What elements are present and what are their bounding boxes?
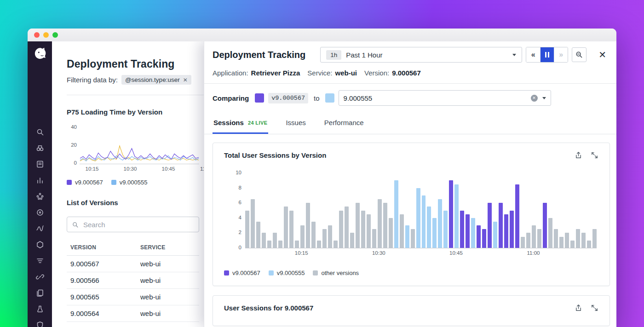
session-bar[interactable] [499, 203, 503, 248]
session-bar[interactable] [251, 199, 255, 248]
session-bar[interactable] [367, 214, 371, 248]
session-bar[interactable] [493, 222, 497, 248]
session-bar[interactable] [449, 180, 453, 248]
session-bar[interactable] [267, 241, 271, 248]
tab-performance[interactable]: Performance [323, 115, 365, 134]
notebook-icon[interactable] [35, 160, 45, 168]
session-bar[interactable] [284, 207, 288, 248]
session-bar[interactable] [295, 241, 299, 248]
service-map-icon[interactable] [35, 192, 45, 201]
infrastructure-icon[interactable] [35, 241, 45, 249]
time-range-selector[interactable]: 1h Past 1 Hour [320, 47, 522, 63]
session-bar[interactable] [411, 229, 415, 248]
session-bar[interactable] [537, 229, 541, 248]
pipelines-icon[interactable] [35, 257, 45, 265]
session-bar[interactable] [460, 211, 464, 248]
close-panel-button[interactable]: ✕ [595, 49, 610, 60]
session-bar[interactable] [394, 180, 398, 248]
session-bar[interactable] [256, 222, 260, 248]
session-bar[interactable] [543, 203, 547, 248]
session-bar[interactable] [482, 229, 486, 248]
tab-issues[interactable]: Issues [285, 115, 306, 134]
session-bar[interactable] [334, 241, 338, 248]
security-icon[interactable] [35, 321, 45, 327]
apm-icon[interactable] [35, 224, 45, 233]
session-bar[interactable] [361, 211, 365, 248]
session-bar[interactable] [405, 225, 409, 248]
session-bar[interactable] [328, 225, 332, 248]
session-bar[interactable] [427, 207, 431, 248]
search-input[interactable] [82, 220, 194, 229]
minimize-window-button[interactable] [43, 32, 49, 38]
compare-to-select[interactable]: 9.000555 ✕ [339, 90, 551, 106]
fast-forward-button[interactable]: » [554, 47, 568, 62]
pause-button[interactable] [540, 47, 554, 62]
filter-tag[interactable]: @session.type:user ✕ [121, 75, 191, 85]
session-bar[interactable] [345, 207, 349, 248]
session-bar[interactable] [400, 214, 404, 248]
versions-search[interactable] [67, 217, 199, 232]
session-bar[interactable] [322, 229, 327, 248]
remove-filter-icon[interactable]: ✕ [183, 77, 188, 83]
session-bar[interactable] [339, 211, 343, 248]
session-bar[interactable] [581, 233, 586, 248]
tests-icon[interactable] [35, 305, 45, 313]
session-bar[interactable] [278, 241, 282, 248]
session-bar[interactable] [488, 203, 492, 248]
export-icon[interactable] [575, 304, 582, 312]
session-bar[interactable] [306, 203, 310, 248]
session-bar[interactable] [559, 237, 564, 248]
session-bar[interactable] [570, 241, 575, 248]
export-icon[interactable] [575, 151, 582, 159]
expand-icon[interactable] [591, 304, 598, 312]
tab-sessions[interactable]: Sessions 24 LIVE [213, 115, 268, 134]
version-row[interactable]: 9.000565web-ui [67, 289, 199, 305]
session-bar[interactable] [289, 211, 293, 248]
session-bar[interactable] [432, 218, 437, 248]
session-bar[interactable] [383, 203, 387, 248]
watchdog-icon[interactable] [35, 144, 45, 152]
expand-icon[interactable] [591, 151, 598, 159]
session-bar[interactable] [389, 218, 393, 248]
session-bar[interactable] [245, 211, 249, 248]
logs-icon[interactable] [35, 289, 45, 297]
session-bar[interactable] [422, 195, 426, 248]
session-bar[interactable] [378, 199, 382, 248]
session-bar[interactable] [576, 229, 580, 248]
clear-selection-icon[interactable]: ✕ [531, 95, 538, 102]
session-bar[interactable] [565, 233, 569, 248]
session-bar[interactable] [521, 237, 525, 248]
session-bar[interactable] [510, 211, 514, 248]
session-bar[interactable] [273, 233, 277, 248]
synthetics-icon[interactable] [35, 208, 45, 217]
session-bar[interactable] [526, 233, 530, 248]
session-bar[interactable] [300, 225, 305, 248]
session-bar[interactable] [443, 211, 448, 248]
zoom-window-button[interactable] [52, 32, 58, 38]
session-bar[interactable] [311, 222, 316, 248]
session-bar[interactable] [454, 184, 459, 248]
session-bar[interactable] [532, 225, 536, 248]
session-bar[interactable] [471, 218, 475, 248]
session-bar[interactable] [350, 233, 354, 248]
panel-scroll-area[interactable]: Total User Sessions by Version [204, 134, 616, 327]
metrics-icon[interactable] [35, 176, 45, 184]
zoom-out-button[interactable] [572, 47, 586, 62]
session-bar[interactable] [438, 199, 442, 248]
session-bar[interactable] [372, 229, 376, 248]
version-row[interactable]: 9.000567web-ui [67, 256, 199, 272]
version-row[interactable]: 9.000566web-ui [67, 272, 199, 289]
close-window-button[interactable] [34, 32, 40, 38]
session-bar[interactable] [554, 229, 558, 248]
integrations-icon[interactable] [35, 273, 45, 281]
datadog-logo-icon[interactable] [32, 46, 48, 63]
session-bar[interactable] [504, 214, 508, 248]
search-icon[interactable] [35, 128, 45, 136]
session-bar[interactable] [317, 241, 321, 248]
session-bar[interactable] [466, 214, 470, 248]
session-bar[interactable] [592, 229, 597, 248]
session-bar[interactable] [356, 203, 360, 248]
session-bar[interactable] [587, 241, 591, 248]
session-bar[interactable] [477, 225, 481, 248]
rewind-button[interactable]: « [526, 47, 540, 62]
